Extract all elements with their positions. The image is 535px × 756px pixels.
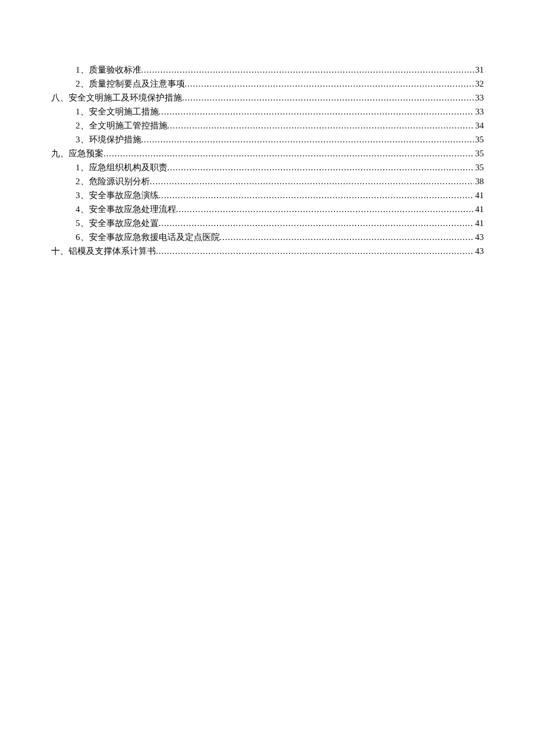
toc-entry: 3、环境保护措施 35 bbox=[76, 132, 484, 146]
toc-page-number: 32 bbox=[475, 77, 484, 91]
toc-page-number: 41 bbox=[475, 202, 484, 216]
toc-leader-dots bbox=[159, 188, 475, 202]
toc-page-number: 41 bbox=[475, 216, 484, 230]
toc-leader-dots bbox=[159, 105, 475, 119]
toc-page-number: 35 bbox=[475, 132, 484, 146]
toc-leader-dots bbox=[104, 146, 474, 160]
table-of-contents: 1、质量验收标准 31 2、质量控制要点及注意事项 32 八、安全文明施工及环境… bbox=[51, 63, 484, 258]
toc-label: 1、应急组织机构及职责 bbox=[76, 160, 167, 174]
toc-entry: 4、安全事故应急处理流程 41 bbox=[76, 202, 484, 216]
toc-page-number: 43 bbox=[475, 244, 484, 258]
toc-page-number: 31 bbox=[475, 63, 484, 77]
toc-page-number: 35 bbox=[475, 146, 484, 160]
toc-label: 3、安全事故应急演练 bbox=[76, 188, 159, 202]
toc-entry: 1、安全文明施工措施 33 bbox=[76, 105, 484, 119]
toc-entry: 2、全文明施工管控措施 34 bbox=[76, 119, 484, 132]
toc-leader-dots bbox=[176, 202, 475, 216]
toc-page-number: 41 bbox=[475, 188, 484, 202]
toc-leader-dots bbox=[220, 230, 475, 244]
toc-entry: 2、质量控制要点及注意事项 32 bbox=[76, 77, 484, 91]
toc-entry: 1、质量验收标准 31 bbox=[76, 63, 484, 77]
toc-label: 九、应急预案 bbox=[51, 146, 104, 160]
toc-page-number: 38 bbox=[475, 174, 484, 188]
toc-label: 3、环境保护措施 bbox=[76, 132, 141, 146]
toc-label: 5、安全事故应急处置 bbox=[76, 216, 159, 230]
toc-entry: 3、安全事故应急演练 41 bbox=[76, 188, 484, 202]
toc-label: 十、铝模及支撑体系计算书 bbox=[51, 244, 156, 258]
toc-label: 2、质量控制要点及注意事项 bbox=[76, 77, 185, 91]
toc-leader-dots bbox=[141, 132, 475, 146]
toc-page-number: 35 bbox=[475, 160, 484, 174]
toc-leader-dots bbox=[141, 63, 475, 77]
toc-page-number: 34 bbox=[475, 119, 484, 132]
toc-label: 1、质量验收标准 bbox=[76, 63, 141, 77]
toc-entry: 十、铝模及支撑体系计算书 43 bbox=[51, 244, 484, 258]
toc-page-number: 33 bbox=[475, 105, 484, 119]
toc-label: 2、危险源识别分析 bbox=[76, 174, 150, 188]
toc-leader-dots bbox=[182, 91, 474, 105]
toc-label: 八、安全文明施工及环境保护措施 bbox=[51, 91, 182, 105]
toc-label: 2、全文明施工管控措施 bbox=[76, 119, 167, 132]
toc-leader-dots bbox=[167, 119, 475, 132]
toc-label: 6、安全事故应急救援电话及定点医院 bbox=[76, 230, 220, 244]
toc-entry: 2、危险源识别分析 38 bbox=[76, 174, 484, 188]
toc-label: 4、安全事故应急处理流程 bbox=[76, 202, 176, 216]
toc-leader-dots bbox=[159, 216, 475, 230]
toc-page-number: 33 bbox=[475, 91, 484, 105]
toc-label: 1、安全文明施工措施 bbox=[76, 105, 159, 119]
toc-entry: 八、安全文明施工及环境保护措施 33 bbox=[51, 91, 484, 105]
toc-leader-dots bbox=[185, 77, 475, 91]
toc-leader-dots bbox=[156, 244, 474, 258]
toc-entry: 5、安全事故应急处置 41 bbox=[76, 216, 484, 230]
toc-page-number: 43 bbox=[475, 230, 484, 244]
toc-leader-dots bbox=[167, 160, 475, 174]
toc-entry: 九、应急预案 35 bbox=[51, 146, 484, 160]
toc-entry: 6、安全事故应急救援电话及定点医院 43 bbox=[76, 230, 484, 244]
toc-leader-dots bbox=[150, 174, 475, 188]
toc-entry: 1、应急组织机构及职责 35 bbox=[76, 160, 484, 174]
